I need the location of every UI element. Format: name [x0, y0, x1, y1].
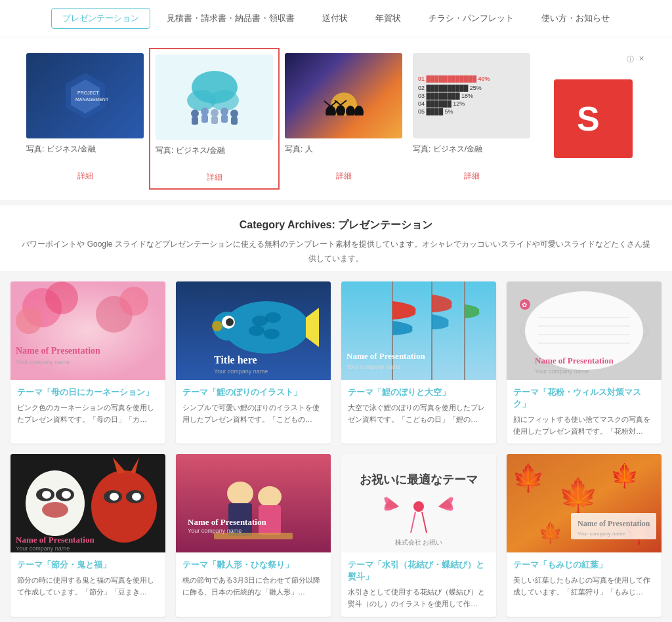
svg-text:Name of Presentation: Name of Presentation: [16, 535, 94, 545]
svg-point-69: [62, 491, 71, 499]
gallery-item-2[interactable]: 写真: ビジネス/金融 詳細: [149, 48, 280, 190]
archives-label: Category Archives:: [240, 219, 335, 230]
svg-point-45: [212, 321, 222, 331]
card-desc-mask: 顔にフィットする使い捨てマスクの写真を使用したプレゼン資料です。「花粉対…: [513, 414, 655, 437]
svg-point-75: [132, 493, 141, 501]
gallery-item-3[interactable]: 写真: 人 詳細: [280, 48, 408, 190]
card-thumb-oni: Name of Presentation Your company name: [10, 454, 165, 552]
card-thumb-hinamatsuri: Name of Presentation Your company name: [176, 454, 331, 552]
gallery-detail-2[interactable]: 詳細: [156, 172, 273, 183]
svg-text:MANAGEMENT: MANAGEMENT: [75, 97, 109, 102]
svg-text:株式会社 お祝い: 株式会社 お祝い: [394, 539, 443, 546]
svg-text:お祝いに最適なテーマ: お祝いに最適なテーマ: [360, 472, 478, 486]
card-desc-koinobori-sky: 大空で泳ぐ鯉のぼりの写真を使用したプレゼン資料です。「こどもの日」「鯉の…: [348, 402, 490, 425]
gallery-detail-1[interactable]: 詳細: [26, 171, 144, 182]
card-title-mask[interactable]: テーマ「花粉・ウィルス対策マスク」: [513, 386, 655, 410]
svg-rect-16: [231, 117, 238, 125]
card-mizuhiki[interactable]: お祝いに最適なテーマ 株式会社 お祝い: [341, 454, 496, 616]
ad-info-icon[interactable]: ⓘ: [627, 54, 634, 64]
svg-point-31: [16, 308, 42, 334]
nav-item-invoice[interactable]: 見積書・請求書・納品書・領収書: [156, 8, 306, 29]
card-thumb-carnation: Name of Presentation Your company name: [10, 281, 165, 380]
card-oni[interactable]: Name of Presentation Your company name テ…: [10, 454, 165, 616]
svg-point-44: [264, 329, 280, 339]
card-koinobori-illust[interactable]: Title here Your company name テーマ「鯉のぼりのイラ…: [176, 281, 331, 444]
gallery-label-1: 写真: ビジネス/金融: [26, 144, 144, 155]
card-desc-koinobori-illust: シンプルで可愛い鯉のぼりのイラストを使用したプレゼン資料です。「こどもの…: [182, 402, 324, 425]
card-momiji[interactable]: 🍁 🍁 🍁 🍁 🍁 Name of Presentation Your comp…: [507, 454, 662, 616]
card-desc-oni: 節分の時に使用する鬼と福の写真を使用して作成しています。「節分」「豆まき…: [17, 575, 159, 598]
card-thumb-momiji: 🍁 🍁 🍁 🍁 🍁 Name of Presentation Your comp…: [507, 454, 662, 552]
svg-text:PROJECT: PROJECT: [77, 91, 99, 95]
svg-rect-13: [201, 115, 208, 123]
svg-point-10: [220, 108, 228, 115]
card-thumb-mask: ✿ Name of Presentation Your company name: [507, 281, 662, 380]
category-section: Category Archives: プレゼンテーション パワーポイントや Go…: [0, 205, 672, 271]
gallery-label-4: 写真: ビジネス/金融: [413, 144, 530, 155]
svg-text:Your company name: Your company name: [346, 363, 400, 370]
svg-text:✿: ✿: [522, 301, 527, 308]
ad-box: ⓘ ✕ S: [541, 53, 646, 184]
gallery-detail-4[interactable]: 詳細: [413, 171, 530, 182]
svg-point-7: [191, 110, 199, 117]
cards-grid: Name of Presentation Your company name テ…: [0, 271, 672, 622]
gallery-item-1[interactable]: PROJECT MANAGEMENT 写真: ビジネス/金融 詳細: [21, 48, 149, 190]
svg-text:Name of Presentation: Name of Presentation: [346, 351, 425, 361]
svg-text:Name of Presentation: Name of Presentation: [16, 346, 100, 356]
card-carnation[interactable]: Name of Presentation Your company name テ…: [10, 281, 165, 444]
gallery-detail-3[interactable]: 詳細: [285, 171, 402, 182]
card-desc-mizuhiki: 水引きとして使用する花結び（蝶結び）と熨斗（のし）のイラストを使用して作…: [348, 587, 490, 610]
card-title-carnation[interactable]: テーマ「母の日にカーネーション」: [17, 386, 159, 398]
svg-point-79: [227, 482, 253, 505]
gallery-label-2: 写真: ビジネス/金融: [156, 145, 273, 156]
top-gallery: PROJECT MANAGEMENT 写真: ビジネス/金融 詳細: [0, 37, 672, 200]
svg-text:Your company name: Your company name: [535, 368, 589, 375]
svg-text:S: S: [577, 100, 600, 138]
nav-item-presentation[interactable]: プレゼンテーション: [51, 8, 150, 29]
svg-rect-14: [211, 116, 218, 124]
svg-text:Your company name: Your company name: [188, 528, 242, 534]
card-hinamatsuri[interactable]: Name of Presentation Your company name テ…: [176, 454, 331, 616]
svg-rect-15: [221, 115, 228, 123]
nav-item-cover[interactable]: 送付状: [311, 8, 359, 29]
ad-close-button[interactable]: ✕: [639, 54, 644, 63]
svg-text:Name of Presentation: Name of Presentation: [578, 519, 650, 528]
svg-text:Your company name: Your company name: [16, 359, 70, 365]
svg-text:🍁: 🍁: [558, 476, 599, 515]
gallery-item-4[interactable]: 01 ████████████ 40% 02 ██████████ 25% 03…: [408, 48, 536, 190]
svg-point-30: [45, 281, 78, 314]
svg-point-8: [201, 108, 209, 115]
card-title-koinobori-illust[interactable]: テーマ「鯉のぼりのイラスト」: [182, 386, 324, 398]
category-description: パワーポイントや Google スライドなどプレゼンテーションに使える無料のテン…: [21, 238, 651, 266]
svg-text:🍁: 🍁: [538, 521, 563, 545]
category-name: プレゼンテーション: [338, 219, 432, 230]
svg-text:🍁: 🍁: [512, 462, 545, 493]
gallery-label-3: 写真: 人: [285, 144, 402, 155]
nav-item-flyer[interactable]: チラシ・パンフレット: [417, 8, 525, 29]
svg-text:Your company name: Your company name: [16, 545, 70, 552]
card-desc-hinamatsuri: 桃の節句である3月3日に合わせて節分以降に飾る、日本の伝統的な「雛人形」…: [182, 575, 324, 598]
card-koinobori-sky[interactable]: Name of Presentation Your company name テ…: [341, 281, 496, 444]
card-mask[interactable]: ✿ Name of Presentation Your company name…: [507, 281, 662, 444]
card-desc-carnation: ピンク色のカーネーションの写真を使用したプレゼン資料です。「母の日」「カ…: [17, 402, 159, 425]
svg-point-68: [42, 491, 51, 499]
card-title-oni[interactable]: テーマ「節分・鬼と福」: [17, 559, 159, 571]
category-title: Category Archives: プレゼンテーション: [21, 218, 651, 232]
ad-logo: S: [554, 79, 633, 158]
card-title-mizuhiki[interactable]: テーマ「水引（花結び・蝶結び）と熨斗」: [348, 559, 490, 583]
card-title-hinamatsuri[interactable]: テーマ「雛人形・ひな祭り」: [182, 559, 324, 571]
card-thumb-mizuhiki: お祝いに最適なテーマ 株式会社 お祝い: [341, 454, 496, 552]
svg-point-74: [110, 493, 119, 501]
svg-point-33: [119, 287, 148, 316]
svg-point-42: [265, 312, 281, 323]
card-thumb-koinobori-sky: Name of Presentation Your company name: [341, 281, 496, 380]
card-desc-momiji: 美しい紅葉したもみじの写真を使用して作成しています。「紅葉狩り」「もみじ…: [513, 575, 655, 598]
nav-item-howto[interactable]: 使い方・お知らせ: [530, 8, 621, 29]
svg-text:Your company name: Your company name: [578, 531, 626, 537]
card-title-momiji[interactable]: テーマ「もみじの紅葉」: [513, 559, 655, 571]
svg-text:Title here: Title here: [214, 354, 257, 365]
svg-point-11: [230, 110, 238, 117]
svg-point-9: [211, 109, 219, 117]
nav-item-newyear[interactable]: 年賀状: [364, 8, 412, 29]
card-title-koinobori-sky[interactable]: テーマ「鯉のぼりと大空」: [348, 386, 490, 398]
